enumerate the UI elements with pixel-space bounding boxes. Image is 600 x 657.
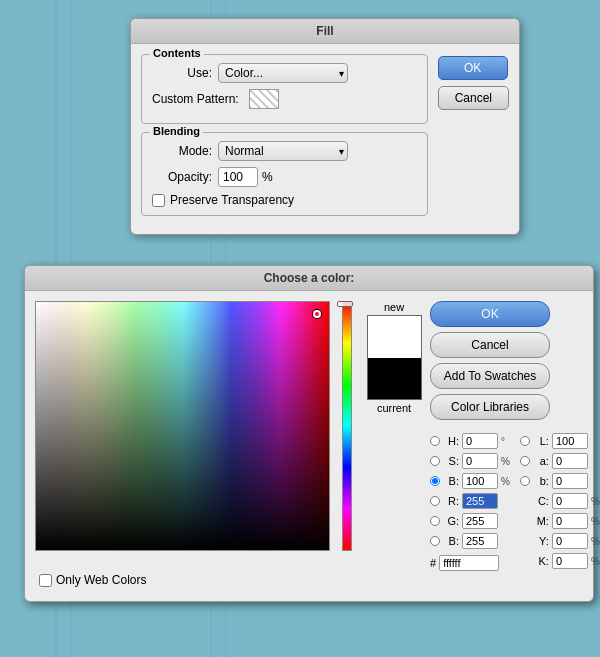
custom-pattern-swatch: [249, 89, 279, 109]
swatch-current-label: current: [377, 402, 411, 414]
b2-row: B:: [430, 533, 510, 549]
r-input[interactable]: [462, 493, 498, 509]
fill-left-panel: Contents Use: Color... Custom Pattern: B…: [141, 54, 428, 224]
s-input[interactable]: [462, 453, 498, 469]
b2-radio[interactable]: [430, 536, 440, 546]
gradient-bg[interactable]: [35, 301, 330, 551]
y-row: Y: %: [520, 533, 600, 549]
a-input[interactable]: [552, 453, 588, 469]
only-web-label: Only Web Colors: [56, 573, 146, 587]
right-color-col: L: a: b:: [520, 433, 600, 571]
h-unit: °: [501, 436, 505, 447]
swatch-new: [368, 316, 421, 358]
k-row: K: %: [520, 553, 600, 569]
only-web-row: Only Web Colors: [39, 573, 146, 587]
l-row: L:: [520, 433, 600, 449]
custom-pattern-label: Custom Pattern:: [152, 92, 239, 106]
add-to-swatches-button[interactable]: Add To Swatches: [430, 363, 550, 389]
color-cancel-button[interactable]: Cancel: [430, 332, 550, 358]
opacity-unit: %: [262, 170, 273, 184]
s-unit: %: [501, 456, 510, 467]
k-input[interactable]: [552, 553, 588, 569]
color-title-text: Choose a color:: [264, 271, 355, 285]
mode-row: Mode: Normal: [152, 141, 417, 161]
k-label: K:: [533, 555, 549, 567]
fill-dialog-title: Fill: [131, 19, 519, 44]
b2-label: B:: [443, 535, 459, 547]
blending-group: Blending Mode: Normal Opacity: %: [141, 132, 428, 216]
hue-slider-track[interactable]: [342, 301, 352, 551]
h-row: H: °: [430, 433, 510, 449]
a-radio[interactable]: [520, 456, 530, 466]
blending-label: Blending: [150, 125, 203, 137]
hex-row: #: [430, 555, 510, 571]
preserve-label: Preserve Transparency: [170, 193, 294, 207]
y-unit: %: [591, 536, 600, 547]
y-label: Y:: [533, 535, 549, 547]
c-unit: %: [591, 496, 600, 507]
hue-slider[interactable]: [340, 301, 354, 551]
fill-right-panel: OK Cancel: [438, 54, 509, 224]
only-web-checkbox[interactable]: [39, 574, 52, 587]
opacity-input[interactable]: [218, 167, 258, 187]
m-input[interactable]: [552, 513, 588, 529]
color-right-panel: OK Cancel Add To Swatches Color Librarie…: [430, 301, 600, 571]
b-unit: %: [501, 476, 510, 487]
color-dialog: Choose a color: new: [24, 265, 594, 602]
fill-ok-button[interactable]: OK: [438, 56, 508, 80]
preserve-row: Preserve Transparency: [152, 193, 417, 207]
k-unit: %: [591, 556, 600, 567]
hue-thumb: [337, 301, 353, 307]
hex-input[interactable]: [439, 555, 499, 571]
g-row: G:: [430, 513, 510, 529]
color-picker-inner: new current OK Cancel Add To Swatches Co…: [35, 301, 583, 571]
g-radio[interactable]: [430, 516, 440, 526]
b3-row: b:: [520, 473, 600, 489]
s-row: S: %: [430, 453, 510, 469]
c-row: C: %: [520, 493, 600, 509]
use-select[interactable]: Color...: [218, 63, 348, 83]
mode-label: Mode:: [152, 144, 212, 158]
g-input[interactable]: [462, 513, 498, 529]
fill-cancel-button[interactable]: Cancel: [438, 86, 509, 110]
opacity-label: Opacity:: [152, 170, 212, 184]
color-fields: H: ° S: % B:: [430, 433, 600, 571]
r-radio[interactable]: [430, 496, 440, 506]
l-input[interactable]: [552, 433, 588, 449]
y-input[interactable]: [552, 533, 588, 549]
use-select-wrapper[interactable]: Color...: [218, 63, 348, 83]
contents-group: Contents Use: Color... Custom Pattern:: [141, 54, 428, 124]
r-row: R:: [430, 493, 510, 509]
mode-select-wrapper[interactable]: Normal: [218, 141, 348, 161]
b3-label: b:: [533, 475, 549, 487]
b-radio[interactable]: [430, 476, 440, 486]
b2-input[interactable]: [462, 533, 498, 549]
preserve-checkbox[interactable]: [152, 194, 165, 207]
l-label: L:: [533, 435, 549, 447]
s-label: S:: [443, 455, 459, 467]
b-input[interactable]: [462, 473, 498, 489]
b-row: B: %: [430, 473, 510, 489]
g-label: G:: [443, 515, 459, 527]
hex-label: #: [430, 557, 436, 569]
s-radio[interactable]: [430, 456, 440, 466]
b3-radio[interactable]: [520, 476, 530, 486]
fill-title-text: Fill: [316, 24, 333, 38]
opacity-row: Opacity: %: [152, 167, 417, 187]
c-input[interactable]: [552, 493, 588, 509]
l-radio[interactable]: [520, 436, 530, 446]
m-unit: %: [591, 516, 600, 527]
swatch-new-label: new: [384, 301, 404, 313]
color-ok-button[interactable]: OK: [430, 301, 550, 327]
color-gradient-area[interactable]: [35, 301, 330, 551]
fill-dialog: Fill Contents Use: Color... Custom Patte…: [130, 18, 520, 235]
h-input[interactable]: [462, 433, 498, 449]
b3-input[interactable]: [552, 473, 588, 489]
custom-pattern-row: Custom Pattern:: [152, 89, 417, 109]
h-radio[interactable]: [430, 436, 440, 446]
a-row: a:: [520, 453, 600, 469]
mode-select[interactable]: Normal: [218, 141, 348, 161]
left-color-col: H: ° S: % B:: [430, 433, 510, 571]
color-libraries-button[interactable]: Color Libraries: [430, 394, 550, 420]
c-label: C:: [533, 495, 549, 507]
